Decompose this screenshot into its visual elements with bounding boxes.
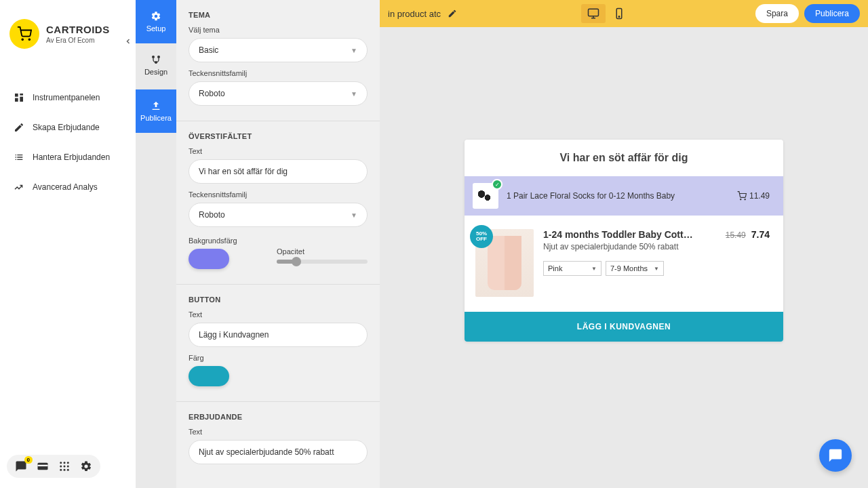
tema-theme-select[interactable]: Basic ▼ (189, 38, 368, 62)
nav-dashboard-label: Instrumentpanelen (33, 93, 100, 102)
brand-subtitle: Av Era Of Ecom (46, 37, 110, 44)
cart-item-name: 1 Pair Lace Floral Socks for 0-12 Months… (507, 191, 729, 201)
tema-theme-value: Basic (199, 45, 218, 55)
messages-button[interactable]: 0 (14, 459, 28, 474)
erbjudande-text-label: Text (189, 428, 368, 436)
chevron-down-icon: ▼ (351, 211, 357, 219)
settings-button[interactable] (79, 459, 94, 474)
discount-badge-line2: OFF (476, 237, 487, 242)
analytics-icon (14, 182, 24, 192)
erbjudande-text-input[interactable]: Njut av specialerbjudande 50% rabatt (189, 440, 368, 464)
nav-create-label: Skapa Erbjudande (33, 123, 100, 132)
svg-rect-5 (15, 98, 18, 102)
tema-font-select[interactable]: Roboto ▼ (189, 81, 368, 106)
add-to-cart-button[interactable]: LÄGG I KUNDVAGNEN (465, 312, 783, 342)
brand-name: CARTROIDS (46, 24, 110, 35)
variant-size-value: 7-9 Months (610, 264, 648, 272)
svg-rect-7 (38, 465, 48, 466)
nav-create-offer[interactable]: Skapa Erbjudande (0, 113, 136, 142)
chevron-down-icon: ▼ (654, 266, 659, 272)
svg-point-22 (618, 16, 620, 18)
vtab-publish[interactable]: Publicera (136, 89, 176, 133)
desktop-icon (587, 7, 599, 20)
list-icon (14, 152, 24, 163)
nav-analytics-label: Avancerad Analys (33, 182, 98, 192)
mobile-icon (613, 7, 625, 20)
apps-icon (58, 460, 71, 472)
section-erbjudande-title: ERBJUDANDE (189, 413, 368, 421)
apps-button[interactable] (57, 459, 72, 474)
svg-point-12 (64, 466, 66, 468)
overst-bg-label: Bakgrundsfärg (189, 237, 263, 245)
overst-bg-swatch[interactable] (189, 249, 229, 269)
svg-rect-3 (20, 94, 23, 96)
save-button[interactable]: Spara (755, 4, 799, 23)
messages-badge: 0 (24, 456, 33, 464)
publish-button[interactable]: Publicera (804, 4, 860, 23)
section-tema-title: TEMA (189, 11, 368, 19)
button-text-input[interactable]: Lägg i Kundvagnen (189, 323, 368, 347)
svg-rect-4 (20, 97, 23, 102)
bottom-toolbar: 0 (7, 455, 100, 478)
svg-point-10 (67, 462, 69, 464)
brand-logo (9, 19, 39, 49)
svg-rect-2 (15, 94, 18, 97)
overst-font-select[interactable]: Roboto ▼ (189, 203, 368, 227)
svg-point-16 (67, 469, 69, 471)
design-icon (151, 54, 161, 65)
discount-badge: 50% OFF (470, 225, 493, 248)
desktop-preview-button[interactable] (581, 4, 606, 23)
cart-item-price: 11.49 (749, 191, 770, 201)
gear-icon (151, 11, 161, 22)
card-button[interactable] (35, 459, 50, 474)
chat-support-button[interactable] (819, 439, 852, 472)
mobile-preview-button[interactable] (607, 4, 631, 23)
svg-point-18 (157, 56, 160, 58)
variant-color-select[interactable]: Pink ▼ (543, 261, 601, 276)
overst-text-input[interactable]: Vi har en söt affär för dig (189, 159, 368, 184)
svg-point-8 (60, 462, 62, 464)
overst-font-value: Roboto (199, 210, 225, 220)
button-color-swatch[interactable] (189, 366, 229, 386)
svg-point-9 (64, 462, 66, 464)
slider-thumb[interactable] (292, 257, 301, 266)
tema-font-value: Roboto (199, 89, 225, 98)
svg-point-24 (745, 199, 745, 200)
tema-choose-label: Välj tema (189, 26, 368, 34)
button-text-label: Text (189, 310, 368, 319)
overst-opacity-label: Opacitet (277, 247, 368, 256)
dashboard-icon (14, 92, 24, 103)
svg-point-23 (741, 199, 741, 200)
offer-old-price: 15.49 (726, 230, 746, 240)
vtab-setup[interactable]: Setup (136, 0, 176, 43)
overst-opacity-slider[interactable] (277, 260, 368, 264)
overst-font-label: Teckensnittsfamilj (189, 190, 368, 199)
offer-product-desc: Njut av specialerbjudande 50% rabatt (543, 242, 719, 251)
chat-icon (828, 448, 843, 463)
offer-new-price: 7.74 (751, 229, 770, 240)
vtab-publish-label: Publicera (140, 114, 172, 122)
nav-analytics[interactable]: Avancerad Analys (0, 172, 136, 202)
card-icon (37, 460, 49, 472)
tema-font-label: Teckensnittsfamilj (189, 69, 368, 77)
collapse-sidebar-button[interactable] (122, 35, 134, 47)
svg-point-0 (22, 39, 23, 40)
chevron-down-icon: ▼ (591, 266, 597, 272)
upload-icon (151, 100, 161, 111)
section-button-title: BUTTON (189, 296, 368, 304)
edit-title-button[interactable] (448, 9, 457, 18)
gear-icon (80, 460, 92, 472)
check-icon: ✓ (492, 179, 502, 190)
svg-point-15 (64, 469, 66, 471)
pencil-icon (14, 122, 24, 133)
vtab-design[interactable]: Design (136, 43, 176, 87)
svg-rect-20 (588, 9, 598, 16)
overst-text-label: Text (189, 147, 368, 155)
variant-size-select[interactable]: 7-9 Months ▼ (606, 261, 664, 276)
cart-item-thumb: ✓ (473, 183, 498, 209)
topbar-title: in product atc (388, 9, 441, 19)
nav-manage-offers[interactable]: Hantera Erbjudanden (0, 142, 136, 172)
vtab-design-label: Design (144, 68, 167, 76)
offer-headline: Vi har en söt affär för dig (465, 140, 783, 176)
nav-dashboard[interactable]: Instrumentpanelen (0, 83, 136, 113)
